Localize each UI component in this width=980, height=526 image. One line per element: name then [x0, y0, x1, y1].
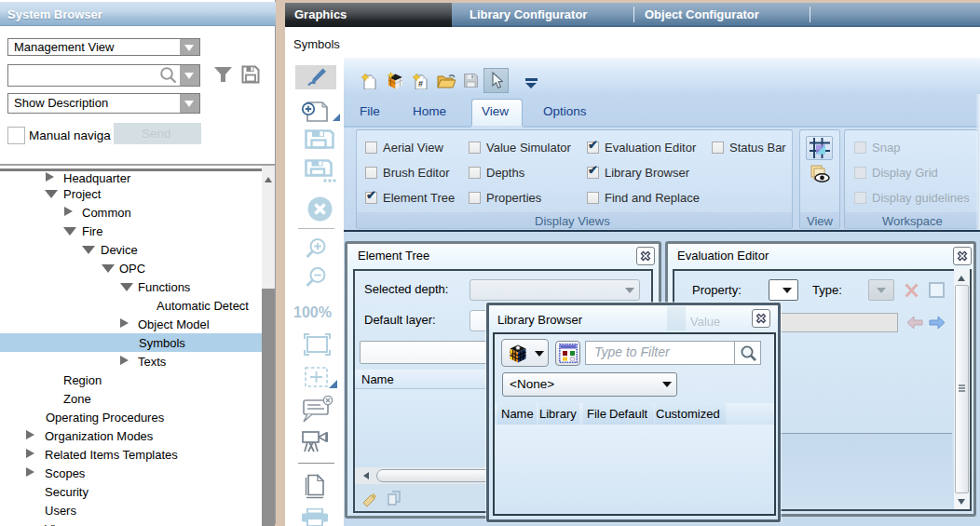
- svg-text:#: #: [418, 79, 423, 88]
